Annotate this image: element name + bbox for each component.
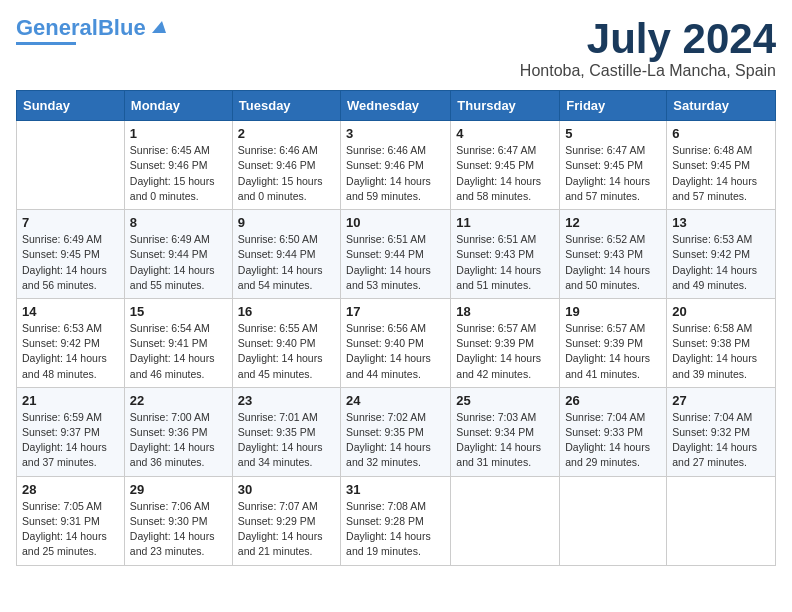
day-number: 23	[238, 393, 335, 408]
day-number: 11	[456, 215, 554, 230]
calendar-cell: 9Sunrise: 6:50 AMSunset: 9:44 PMDaylight…	[232, 210, 340, 299]
calendar-cell: 17Sunrise: 6:56 AMSunset: 9:40 PMDayligh…	[341, 298, 451, 387]
day-number: 25	[456, 393, 554, 408]
cell-info: Sunrise: 6:54 AMSunset: 9:41 PMDaylight:…	[130, 321, 227, 382]
cell-info: Sunrise: 6:53 AMSunset: 9:42 PMDaylight:…	[22, 321, 119, 382]
cell-info: Sunrise: 6:59 AMSunset: 9:37 PMDaylight:…	[22, 410, 119, 471]
logo-underline	[16, 42, 76, 45]
logo-text: GeneralBlue	[16, 16, 146, 40]
day-header-friday: Friday	[560, 91, 667, 121]
cell-info: Sunrise: 7:04 AMSunset: 9:32 PMDaylight:…	[672, 410, 770, 471]
day-number: 8	[130, 215, 227, 230]
cell-info: Sunrise: 7:08 AMSunset: 9:28 PMDaylight:…	[346, 499, 445, 560]
calendar-cell	[667, 476, 776, 565]
day-number: 12	[565, 215, 661, 230]
day-number: 6	[672, 126, 770, 141]
calendar-cell: 27Sunrise: 7:04 AMSunset: 9:32 PMDayligh…	[667, 387, 776, 476]
calendar-cell: 15Sunrise: 6:54 AMSunset: 9:41 PMDayligh…	[124, 298, 232, 387]
day-number: 24	[346, 393, 445, 408]
cell-info: Sunrise: 7:00 AMSunset: 9:36 PMDaylight:…	[130, 410, 227, 471]
cell-info: Sunrise: 6:55 AMSunset: 9:40 PMDaylight:…	[238, 321, 335, 382]
calendar-cell: 25Sunrise: 7:03 AMSunset: 9:34 PMDayligh…	[451, 387, 560, 476]
calendar-cell: 31Sunrise: 7:08 AMSunset: 9:28 PMDayligh…	[341, 476, 451, 565]
calendar-cell: 6Sunrise: 6:48 AMSunset: 9:45 PMDaylight…	[667, 121, 776, 210]
cell-info: Sunrise: 6:51 AMSunset: 9:44 PMDaylight:…	[346, 232, 445, 293]
calendar-cell: 11Sunrise: 6:51 AMSunset: 9:43 PMDayligh…	[451, 210, 560, 299]
calendar-cell: 24Sunrise: 7:02 AMSunset: 9:35 PMDayligh…	[341, 387, 451, 476]
calendar-cell: 2Sunrise: 6:46 AMSunset: 9:46 PMDaylight…	[232, 121, 340, 210]
day-number: 29	[130, 482, 227, 497]
cell-info: Sunrise: 6:45 AMSunset: 9:46 PMDaylight:…	[130, 143, 227, 204]
cell-info: Sunrise: 6:53 AMSunset: 9:42 PMDaylight:…	[672, 232, 770, 293]
calendar-cell: 20Sunrise: 6:58 AMSunset: 9:38 PMDayligh…	[667, 298, 776, 387]
cell-info: Sunrise: 6:48 AMSunset: 9:45 PMDaylight:…	[672, 143, 770, 204]
svg-marker-0	[152, 21, 166, 33]
page-header: GeneralBlue July 2024 Hontoba, Castille-…	[16, 16, 776, 80]
logo: GeneralBlue	[16, 16, 166, 45]
cell-info: Sunrise: 6:56 AMSunset: 9:40 PMDaylight:…	[346, 321, 445, 382]
month-title: July 2024	[520, 16, 776, 62]
cell-info: Sunrise: 7:01 AMSunset: 9:35 PMDaylight:…	[238, 410, 335, 471]
day-header-thursday: Thursday	[451, 91, 560, 121]
cell-info: Sunrise: 6:47 AMSunset: 9:45 PMDaylight:…	[456, 143, 554, 204]
calendar-cell: 1Sunrise: 6:45 AMSunset: 9:46 PMDaylight…	[124, 121, 232, 210]
calendar-cell: 23Sunrise: 7:01 AMSunset: 9:35 PMDayligh…	[232, 387, 340, 476]
cell-info: Sunrise: 7:02 AMSunset: 9:35 PMDaylight:…	[346, 410, 445, 471]
cell-info: Sunrise: 6:50 AMSunset: 9:44 PMDaylight:…	[238, 232, 335, 293]
cell-info: Sunrise: 7:07 AMSunset: 9:29 PMDaylight:…	[238, 499, 335, 560]
day-number: 31	[346, 482, 445, 497]
calendar-cell: 29Sunrise: 7:06 AMSunset: 9:30 PMDayligh…	[124, 476, 232, 565]
cell-info: Sunrise: 6:57 AMSunset: 9:39 PMDaylight:…	[456, 321, 554, 382]
day-number: 4	[456, 126, 554, 141]
day-number: 21	[22, 393, 119, 408]
location-subtitle: Hontoba, Castille-La Mancha, Spain	[520, 62, 776, 80]
day-number: 20	[672, 304, 770, 319]
cell-info: Sunrise: 6:52 AMSunset: 9:43 PMDaylight:…	[565, 232, 661, 293]
day-header-monday: Monday	[124, 91, 232, 121]
day-number: 27	[672, 393, 770, 408]
calendar-cell: 8Sunrise: 6:49 AMSunset: 9:44 PMDaylight…	[124, 210, 232, 299]
day-number: 30	[238, 482, 335, 497]
cell-info: Sunrise: 6:57 AMSunset: 9:39 PMDaylight:…	[565, 321, 661, 382]
calendar-cell	[451, 476, 560, 565]
day-number: 2	[238, 126, 335, 141]
week-row-3: 14Sunrise: 6:53 AMSunset: 9:42 PMDayligh…	[17, 298, 776, 387]
cell-info: Sunrise: 6:47 AMSunset: 9:45 PMDaylight:…	[565, 143, 661, 204]
logo-icon	[148, 17, 166, 35]
calendar-cell: 28Sunrise: 7:05 AMSunset: 9:31 PMDayligh…	[17, 476, 125, 565]
day-number: 19	[565, 304, 661, 319]
calendar-cell: 22Sunrise: 7:00 AMSunset: 9:36 PMDayligh…	[124, 387, 232, 476]
calendar-cell: 10Sunrise: 6:51 AMSunset: 9:44 PMDayligh…	[341, 210, 451, 299]
day-header-wednesday: Wednesday	[341, 91, 451, 121]
days-of-week-row: SundayMondayTuesdayWednesdayThursdayFrid…	[17, 91, 776, 121]
calendar-cell: 14Sunrise: 6:53 AMSunset: 9:42 PMDayligh…	[17, 298, 125, 387]
calendar-cell: 5Sunrise: 6:47 AMSunset: 9:45 PMDaylight…	[560, 121, 667, 210]
day-header-sunday: Sunday	[17, 91, 125, 121]
cell-info: Sunrise: 7:06 AMSunset: 9:30 PMDaylight:…	[130, 499, 227, 560]
week-row-1: 1Sunrise: 6:45 AMSunset: 9:46 PMDaylight…	[17, 121, 776, 210]
calendar-cell: 12Sunrise: 6:52 AMSunset: 9:43 PMDayligh…	[560, 210, 667, 299]
week-row-4: 21Sunrise: 6:59 AMSunset: 9:37 PMDayligh…	[17, 387, 776, 476]
week-row-5: 28Sunrise: 7:05 AMSunset: 9:31 PMDayligh…	[17, 476, 776, 565]
calendar-cell: 18Sunrise: 6:57 AMSunset: 9:39 PMDayligh…	[451, 298, 560, 387]
day-number: 26	[565, 393, 661, 408]
cell-info: Sunrise: 6:49 AMSunset: 9:45 PMDaylight:…	[22, 232, 119, 293]
day-number: 1	[130, 126, 227, 141]
cell-info: Sunrise: 6:46 AMSunset: 9:46 PMDaylight:…	[346, 143, 445, 204]
cell-info: Sunrise: 6:49 AMSunset: 9:44 PMDaylight:…	[130, 232, 227, 293]
day-number: 7	[22, 215, 119, 230]
day-number: 16	[238, 304, 335, 319]
day-number: 9	[238, 215, 335, 230]
calendar-cell	[560, 476, 667, 565]
calendar-cell: 26Sunrise: 7:04 AMSunset: 9:33 PMDayligh…	[560, 387, 667, 476]
calendar-cell: 19Sunrise: 6:57 AMSunset: 9:39 PMDayligh…	[560, 298, 667, 387]
day-number: 18	[456, 304, 554, 319]
day-header-tuesday: Tuesday	[232, 91, 340, 121]
calendar-cell: 13Sunrise: 6:53 AMSunset: 9:42 PMDayligh…	[667, 210, 776, 299]
day-number: 3	[346, 126, 445, 141]
day-number: 22	[130, 393, 227, 408]
calendar-cell: 16Sunrise: 6:55 AMSunset: 9:40 PMDayligh…	[232, 298, 340, 387]
title-section: July 2024 Hontoba, Castille-La Mancha, S…	[520, 16, 776, 80]
calendar-cell: 4Sunrise: 6:47 AMSunset: 9:45 PMDaylight…	[451, 121, 560, 210]
calendar-cell: 3Sunrise: 6:46 AMSunset: 9:46 PMDaylight…	[341, 121, 451, 210]
